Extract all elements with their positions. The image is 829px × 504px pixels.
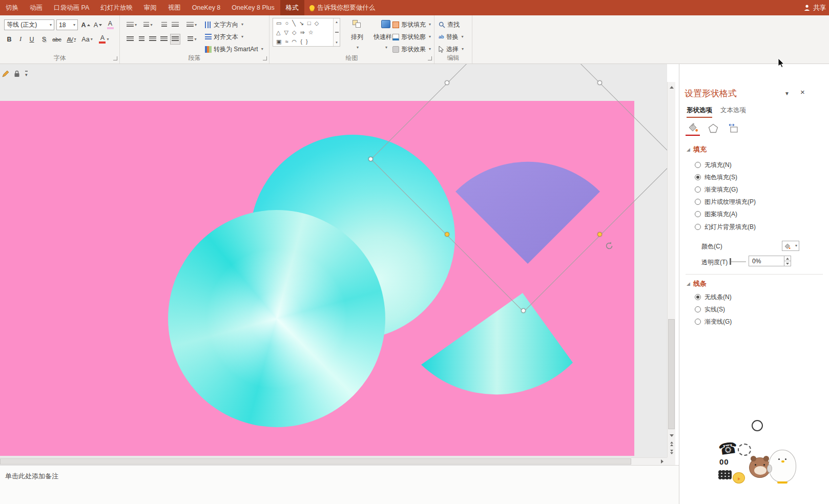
numbering-button[interactable]: ▾ <box>141 19 155 30</box>
clear-formatting-button[interactable]: A <box>105 19 116 30</box>
scroll-down-button[interactable] <box>668 431 676 439</box>
scroll-right-button[interactable] <box>658 457 666 466</box>
drawing-dialog-launcher-icon[interactable] <box>428 56 432 60</box>
shape-outline-button[interactable]: 形状轮廓▾ <box>392 32 431 42</box>
spin-down-button[interactable] <box>784 261 791 266</box>
fill-option-solid[interactable]: 纯色填充(S) <box>695 173 737 181</box>
arrange-button[interactable]: 排列 ▾ <box>345 17 369 51</box>
slide-canvas[interactable]: ▾ <box>0 64 667 457</box>
pane-tab-text-options[interactable]: 文本选项 <box>720 106 746 117</box>
fill-and-line-tab-button[interactable] <box>686 121 700 136</box>
radio-icon[interactable] <box>695 174 701 180</box>
rotate-handle-icon[interactable] <box>605 241 614 250</box>
font-family-select[interactable]: 等线 (正文) ▾ <box>4 19 54 30</box>
fill-option-gradient[interactable]: 渐变填充(G) <box>695 185 738 194</box>
justify-button[interactable] <box>159 34 169 45</box>
fill-option-slide-background[interactable]: 幻灯片背景填充(B) <box>695 223 756 231</box>
scroll-up-button[interactable] <box>668 83 676 91</box>
font-dialog-launcher-icon[interactable] <box>113 56 117 60</box>
scroll-down-icon[interactable]: ▾ <box>336 40 338 45</box>
radio-icon[interactable] <box>695 319 701 325</box>
effects-tab-button[interactable] <box>706 121 720 136</box>
adjustment-handle[interactable] <box>445 232 449 237</box>
shape-pie-cyan[interactable] <box>421 293 573 394</box>
shapes-gallery-scrollbar[interactable]: ▴ ▾ <box>333 18 340 46</box>
shapes-row[interactable]: △ ▽ ◇ ⇒ ☆ <box>273 28 333 37</box>
vertical-scrollbar[interactable] <box>667 82 675 457</box>
horizontal-scrollbar[interactable] <box>0 457 667 465</box>
underline-button[interactable]: U <box>27 34 37 45</box>
pane-tab-shape-options[interactable]: 形状选项 <box>687 106 712 118</box>
pane-options-icon[interactable]: ▼ <box>784 91 790 96</box>
selection-handle[interactable] <box>368 157 373 161</box>
close-icon[interactable]: × <box>800 88 805 96</box>
tell-me-search[interactable]: 告诉我你想要做什么 <box>309 4 376 12</box>
gallery-more-icon[interactable] <box>335 32 339 33</box>
text-direction-button[interactable]: 文字方向▾ <box>205 19 243 30</box>
selection-handle[interactable] <box>521 308 526 313</box>
radio-icon[interactable] <box>695 199 701 205</box>
fill-option-picture[interactable]: 图片或纹理填充(P) <box>695 198 756 206</box>
fill-color-button[interactable]: ▾ <box>782 241 799 251</box>
columns-button[interactable]: ▾ <box>185 34 199 45</box>
size-properties-tab-button[interactable] <box>727 121 741 136</box>
tab-format[interactable]: 格式 <box>280 0 304 15</box>
line-section-header[interactable]: ◢ 线条 <box>687 279 707 288</box>
tab-onekey-8[interactable]: OneKey 8 <box>186 0 226 15</box>
shape-fill-button[interactable]: 形状填充▾ <box>392 19 431 30</box>
shapes-row[interactable]: ▭ ○ ╲ ↘ □ ◇ <box>273 18 333 28</box>
tab-pocket-animation-pa[interactable]: 口袋动画 PA <box>48 0 95 15</box>
spin-up-button[interactable] <box>784 256 791 261</box>
distribute-text-button[interactable] <box>170 34 180 45</box>
shapes-row[interactable]: ▣ ≈ ◠ { } <box>273 37 333 46</box>
previous-slide-button[interactable] <box>668 439 676 448</box>
change-case-button[interactable]: Aa▾ <box>80 34 94 45</box>
radio-icon[interactable] <box>695 224 701 230</box>
vertical-scrollbar-thumb[interactable] <box>668 319 675 429</box>
text-shadow-button[interactable]: S <box>39 34 49 45</box>
replace-button[interactable]: ab 替换 ▾ <box>439 32 464 42</box>
line-option-gradient[interactable]: 渐变线(G) <box>695 318 732 326</box>
bold-button[interactable]: B <box>4 34 14 45</box>
tab-animations[interactable]: 动画 <box>24 0 48 15</box>
align-left-button[interactable] <box>125 34 135 45</box>
notes-pane[interactable]: 单击此处添加备注 <box>0 465 679 504</box>
strikethrough-button[interactable]: abc <box>50 34 64 45</box>
line-option-none[interactable]: 无线条(N) <box>695 293 732 301</box>
radio-icon[interactable] <box>695 186 701 193</box>
adjustment-handle[interactable] <box>597 232 602 237</box>
character-spacing-button[interactable]: AV▾ <box>65 34 78 45</box>
tab-onekey-8-plus[interactable]: OneKey 8 Plus <box>226 0 280 15</box>
radio-icon[interactable] <box>695 294 701 300</box>
fill-option-pattern[interactable]: 图案填充(A) <box>695 210 737 218</box>
fill-section-header[interactable]: ◢ 填充 <box>687 145 707 154</box>
line-spacing-button[interactable]: ▾ <box>184 19 199 30</box>
tab-review[interactable]: 审阅 <box>138 0 162 15</box>
tab-slide-show[interactable]: 幻灯片放映 <box>95 0 138 15</box>
increase-indent-button[interactable] <box>170 19 180 30</box>
find-button[interactable]: 查找 <box>439 19 460 30</box>
align-right-button[interactable] <box>148 34 158 45</box>
convert-to-smartart-button[interactable]: 转换为 SmartArt▾ <box>205 44 263 54</box>
shrink-font-button[interactable]: A <box>92 19 103 30</box>
shapes-gallery[interactable]: ▭ ○ ╲ ↘ □ ◇ △ ▽ ◇ ⇒ ☆ ▣ ≈ ◠ { } ▴ ▾ <box>273 18 340 47</box>
paragraph-dialog-launcher-icon[interactable] <box>263 56 267 60</box>
grow-font-button[interactable]: A <box>80 19 91 30</box>
horizontal-scrollbar-thumb[interactable] <box>0 458 631 465</box>
radio-icon[interactable] <box>695 162 701 168</box>
radio-icon[interactable] <box>695 211 701 217</box>
transparency-slider-track[interactable] <box>731 261 746 262</box>
select-button[interactable]: 选择 ▾ <box>439 44 464 54</box>
italic-button[interactable]: I <box>15 34 26 45</box>
transparency-slider-thumb[interactable] <box>730 258 731 265</box>
selection-handle[interactable] <box>597 80 602 85</box>
next-slide-button[interactable] <box>668 448 676 456</box>
font-size-select[interactable]: 18 ▾ <box>56 19 78 30</box>
shape-effects-button[interactable]: 形状效果▾ <box>392 44 431 54</box>
share-button[interactable]: 共享 <box>800 0 829 15</box>
align-center-button[interactable] <box>136 34 147 45</box>
radio-icon[interactable] <box>695 306 701 312</box>
decrease-indent-button[interactable] <box>159 19 169 30</box>
tab-view[interactable]: 视图 <box>162 0 186 15</box>
scroll-up-icon[interactable]: ▴ <box>336 20 338 24</box>
